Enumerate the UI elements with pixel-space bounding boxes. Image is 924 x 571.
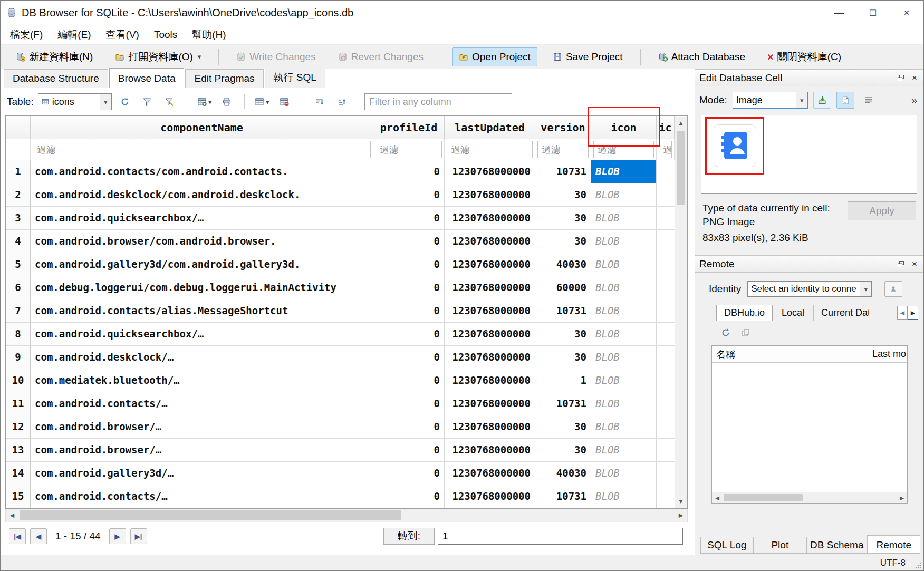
cell-extra[interactable] <box>657 369 675 392</box>
scroll-down-button[interactable]: ▼ <box>675 495 687 508</box>
cell-icon[interactable]: BLOB <box>591 439 657 462</box>
horizontal-scroll-thumb[interactable] <box>20 510 401 520</box>
cell-version[interactable]: 40030 <box>535 253 591 276</box>
open-project-button[interactable]: Open Project <box>452 47 537 66</box>
sort-asc-button[interactable] <box>311 93 329 110</box>
table-selector[interactable]: icons ▾ <box>38 93 112 110</box>
sort-desc-button[interactable] <box>333 93 351 110</box>
cell-profileId[interactable]: 0 <box>373 276 445 299</box>
row-number[interactable]: 8 <box>6 323 31 346</box>
refresh-button[interactable] <box>116 93 134 110</box>
cell-extra[interactable] <box>657 207 675 230</box>
remote-clone-button[interactable] <box>738 325 753 340</box>
tab-plot[interactable]: Plot <box>754 537 807 554</box>
cell-componentName[interactable]: com.android.browser/… <box>31 415 373 439</box>
tab-database-structure[interactable]: Database Structure <box>4 69 108 88</box>
cell-icon[interactable]: BLOB <box>591 253 657 276</box>
cell-componentName[interactable]: com.android.quicksearchbox/… <box>31 323 373 346</box>
cell-componentName[interactable]: com.android.gallery3d/… <box>31 462 373 485</box>
minimize-button[interactable]: — <box>822 1 856 25</box>
cell-componentName[interactable]: com.android.gallery3d/com.android.galler… <box>31 253 373 276</box>
remote-list-body[interactable] <box>712 363 907 491</box>
cell-version[interactable]: 1 <box>535 369 591 392</box>
tab-sql-log[interactable]: SQL Log <box>700 537 754 554</box>
cell-extra[interactable] <box>657 415 675 439</box>
goto-input[interactable] <box>438 528 683 545</box>
menu-help[interactable]: 幫助(H) <box>185 25 233 45</box>
cell-lastUpdated[interactable]: 1230768000000 <box>445 485 535 508</box>
close-button[interactable]: × <box>890 1 923 25</box>
cell-lastUpdated[interactable]: 1230768000000 <box>445 230 535 253</box>
row-number[interactable]: 1 <box>6 160 31 183</box>
cell-profileId[interactable]: 0 <box>373 346 445 369</box>
open-database-dropdown-icon[interactable]: ▾ <box>198 53 201 61</box>
cell-profileId[interactable]: 0 <box>373 207 445 230</box>
scroll-left-button[interactable]: ◀ <box>712 492 723 503</box>
close-database-button[interactable]: × 關閉資料庫(C) <box>761 46 848 67</box>
row-number[interactable]: 6 <box>6 276 31 299</box>
cell-icon[interactable]: BLOB <box>591 323 657 346</box>
cell-version[interactable]: 10731 <box>535 392 591 415</box>
filter-cell-profileId[interactable]: 過濾 <box>373 139 445 160</box>
cell-componentName[interactable]: com.android.quicksearchbox/… <box>31 207 373 230</box>
cell-version[interactable]: 30 <box>535 346 591 369</box>
filter-cell-icon[interactable]: 過濾 <box>591 139 657 160</box>
next-record-button[interactable]: ▶ <box>109 528 126 544</box>
cell-lastUpdated[interactable]: 1230768000000 <box>445 439 535 462</box>
row-number[interactable]: 13 <box>6 439 31 462</box>
cell-extra[interactable] <box>657 462 675 485</box>
new-database-button[interactable]: 新建資料庫(N) <box>9 46 100 67</box>
cell-componentName[interactable]: com.debug.loggerui/com.debug.loggerui.Ma… <box>31 276 373 299</box>
cell-componentName[interactable]: com.android.contacts/… <box>31 392 373 415</box>
cell-lastUpdated[interactable]: 1230768000000 <box>445 160 535 183</box>
cell-extra[interactable] <box>657 253 675 276</box>
cell-icon[interactable]: BLOB <box>591 160 657 183</box>
row-number[interactable]: 2 <box>6 183 31 207</box>
column-header-profileId[interactable]: profileId <box>373 116 445 139</box>
cell-profileId[interactable]: 0 <box>373 415 445 439</box>
tab-local[interactable]: Local <box>774 305 812 321</box>
cell-componentName[interactable]: com.android.browser/com.android.browser. <box>31 230 373 253</box>
column-header-componentName[interactable]: componentName <box>31 116 373 139</box>
print-button[interactable] <box>218 93 236 110</box>
first-record-button[interactable]: |◀ <box>9 528 26 544</box>
mode-select[interactable]: Image ▾ <box>733 92 808 109</box>
column-header-icon[interactable]: icon <box>591 116 657 139</box>
cell-extra[interactable] <box>657 160 675 183</box>
word-wrap-button[interactable] <box>860 92 878 109</box>
menu-view[interactable]: 查看(V) <box>99 25 147 45</box>
filter-cell-lastUpdated[interactable]: 過濾 <box>445 139 535 160</box>
cell-extra[interactable] <box>657 485 675 508</box>
cell-profileId[interactable]: 0 <box>373 253 445 276</box>
cell-componentName[interactable]: com.android.contacts/com.android.contact… <box>31 160 373 183</box>
cell-profileId[interactable]: 0 <box>373 392 445 415</box>
menu-edit[interactable]: 編輯(E) <box>50 25 98 45</box>
delete-record-button[interactable] <box>275 93 293 110</box>
cell-version[interactable]: 60000 <box>535 276 591 299</box>
filter-cell-version[interactable]: 過濾 <box>535 139 591 160</box>
tab-dbhub[interactable]: DBHub.io <box>716 305 773 321</box>
tab-current-database[interactable]: Current Dat <box>813 305 869 321</box>
cell-version[interactable]: 30 <box>535 415 591 439</box>
cell-profileId[interactable]: 0 <box>373 369 445 392</box>
cell-version[interactable]: 40030 <box>535 462 591 485</box>
column-header-version[interactable]: version <box>535 116 591 139</box>
cell-componentName[interactable]: com.android.browser/… <box>31 439 373 462</box>
goto-button[interactable]: 轉到: <box>383 528 435 545</box>
cell-extra[interactable] <box>657 230 675 253</box>
close-panel-button[interactable]: × <box>908 258 921 270</box>
identity-select[interactable]: Select an identity to conne ▾ <box>747 281 872 297</box>
previous-record-button[interactable]: ◀ <box>30 528 47 544</box>
menu-tools[interactable]: Tools <box>147 26 185 44</box>
duplicate-record-button[interactable]: ▾ <box>253 93 271 110</box>
cell-icon[interactable]: BLOB <box>591 299 657 323</box>
tab-scroll-right-button[interactable]: ▶ <box>908 306 918 320</box>
cell-extra[interactable] <box>657 346 675 369</box>
float-panel-button[interactable] <box>894 72 907 84</box>
revert-changes-button[interactable]: Revert Changes <box>331 47 430 66</box>
cell-lastUpdated[interactable]: 1230768000000 <box>445 392 535 415</box>
save-filter-button[interactable] <box>160 93 178 110</box>
cell-lastUpdated[interactable]: 1230768000000 <box>445 323 535 346</box>
cell-extra[interactable] <box>657 276 675 299</box>
cell-icon[interactable]: BLOB <box>591 183 657 207</box>
